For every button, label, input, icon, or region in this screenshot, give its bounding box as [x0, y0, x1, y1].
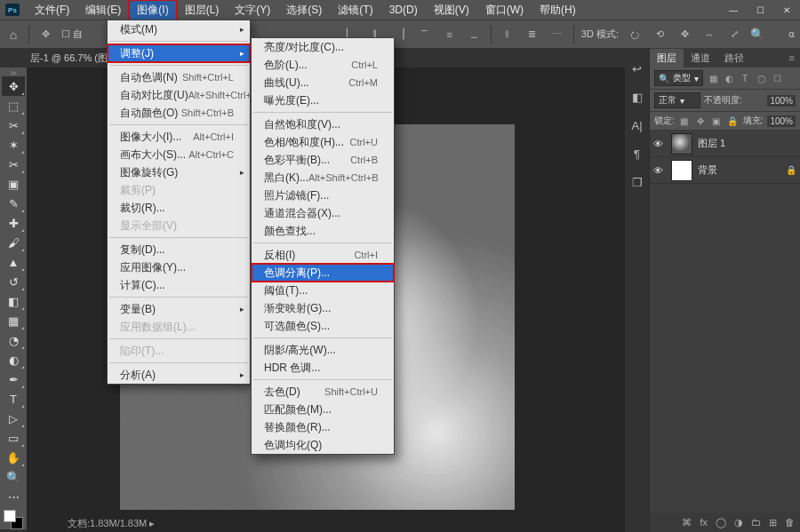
layer-name[interactable]: 背景	[698, 163, 717, 177]
blend-mode-select[interactable]: 正常 ▾	[654, 92, 700, 108]
3d-roll-icon[interactable]: ⟲	[651, 26, 668, 44]
move-tool[interactable]: ✥	[2, 76, 25, 96]
path-select-tool[interactable]: ▷	[2, 409, 25, 428]
mi-mode[interactable]: 模式(M)	[108, 20, 250, 38]
shape-tool[interactable]: ▭	[2, 428, 25, 448]
type-tool[interactable]: T	[2, 389, 25, 409]
history-panel-icon[interactable]: ↩	[629, 60, 645, 76]
mi-vibrance[interactable]: 自然饱和度(V)...	[252, 115, 394, 133]
edit-toolbar[interactable]: ⋯	[2, 487, 25, 506]
history-brush-tool[interactable]: ↺	[2, 272, 25, 291]
layer-name[interactable]: 图层 1	[698, 137, 725, 150]
move-tool-icon[interactable]: ✥	[36, 26, 54, 44]
menu-view[interactable]: 视图(V)	[426, 0, 477, 20]
menu-edit[interactable]: 编辑(E)	[77, 0, 129, 20]
mi-desaturate[interactable]: 去色(D)Shift+Ctrl+U	[252, 383, 394, 401]
filter-kind-select[interactable]: 🔍 类型 ▾	[654, 70, 703, 86]
mi-auto-contrast[interactable]: 自动对比度(U)Alt+Shift+Ctrl+L	[108, 86, 250, 104]
libraries-panel-icon[interactable]: ❒	[629, 174, 645, 190]
filter-pixel-icon[interactable]: ▦	[707, 72, 719, 84]
align-top-icon[interactable]: ⎺	[416, 26, 434, 44]
visibility-toggle[interactable]: 👁	[653, 165, 666, 176]
auto-select-checkbox[interactable]: ☐ 自	[61, 28, 83, 41]
more-icon[interactable]: ⋯	[548, 26, 566, 44]
share-icon[interactable]: ⍺	[782, 26, 800, 44]
link-layers-icon[interactable]: ⌘	[682, 517, 692, 528]
quick-select-tool[interactable]: ✶	[2, 135, 25, 155]
crop-tool[interactable]: ✂	[2, 155, 25, 174]
3d-zoom-icon[interactable]: ⤢	[725, 26, 743, 44]
menu-layer[interactable]: 图层(L)	[177, 0, 228, 20]
visibility-toggle[interactable]: 👁	[653, 139, 666, 149]
3d-orbit-icon[interactable]: ⭮	[626, 26, 644, 44]
distribute-h-icon[interactable]: ⫴	[499, 26, 516, 44]
mi-canvas-size[interactable]: 画布大小(S)...Alt+Ctrl+C	[108, 146, 250, 163]
marquee-tool[interactable]: ⬚	[2, 96, 25, 115]
mi-hue-saturation[interactable]: 色相/饱和度(H)...Ctrl+U	[252, 133, 394, 151]
lock-artboard-icon[interactable]: ▣	[710, 115, 723, 127]
tab-channels[interactable]: 通道	[684, 49, 717, 67]
mi-duplicate[interactable]: 复制(D)...	[108, 241, 250, 258]
eraser-tool[interactable]: ◧	[2, 291, 25, 311]
close-button[interactable]: ✕	[773, 0, 800, 20]
eyedropper-tool[interactable]: ✎	[2, 194, 25, 213]
layer-fx-icon[interactable]: fx	[700, 517, 708, 528]
hand-tool[interactable]: ✋	[2, 448, 25, 467]
healing-tool[interactable]: ✚	[2, 213, 25, 233]
mi-invert[interactable]: 反相(I)Ctrl+I	[252, 246, 394, 264]
pen-tool[interactable]: ✒	[2, 369, 25, 389]
menu-3d[interactable]: 3D(D)	[381, 1, 426, 19]
filter-adjust-icon[interactable]: ◐	[723, 72, 735, 84]
home-icon[interactable]: ⌂	[5, 27, 21, 43]
frame-tool[interactable]: ▣	[2, 174, 25, 194]
mi-apply-image[interactable]: 应用图像(Y)...	[108, 258, 250, 276]
brush-tool[interactable]: 🖌	[2, 233, 25, 252]
mi-exposure[interactable]: 曝光度(E)...	[252, 91, 394, 109]
layer-row[interactable]: 👁 图层 1	[650, 131, 800, 157]
zoom-tool[interactable]: 🔍	[2, 467, 25, 487]
stamp-tool[interactable]: ▲	[2, 252, 25, 272]
menu-window[interactable]: 窗口(W)	[477, 0, 532, 20]
mi-gradient-map[interactable]: 渐变映射(G)...	[252, 299, 394, 317]
foreground-color-swatch[interactable]	[4, 510, 16, 522]
dodge-tool[interactable]: ◐	[2, 350, 25, 369]
menu-text[interactable]: 文字(Y)	[227, 0, 278, 20]
filter-type-icon[interactable]: T	[739, 72, 751, 84]
minimize-button[interactable]: —	[720, 0, 747, 20]
mi-threshold[interactable]: 阈值(T)...	[252, 282, 394, 299]
menu-file[interactable]: 文件(F)	[27, 0, 77, 20]
panel-menu-icon[interactable]: ≡	[784, 52, 800, 63]
mi-posterize[interactable]: 色调分离(P)...	[252, 264, 394, 282]
menu-select[interactable]: 选择(S)	[278, 0, 330, 20]
lock-all-icon[interactable]: 🔒	[726, 115, 739, 127]
mi-trim[interactable]: 裁切(R)...	[108, 199, 250, 217]
tab-layers[interactable]: 图层	[650, 49, 684, 67]
layer-thumbnail[interactable]	[671, 133, 692, 155]
delete-layer-icon[interactable]: 🗑	[785, 517, 795, 528]
3d-slide-icon[interactable]: ↔	[700, 26, 718, 44]
mi-equalize[interactable]: 色调均化(Q)	[252, 436, 394, 454]
new-layer-icon[interactable]: ⊞	[769, 517, 777, 528]
lasso-tool[interactable]: ✂	[2, 115, 25, 135]
menu-filter[interactable]: 滤镜(T)	[330, 0, 380, 20]
search-icon[interactable]: 🔍	[750, 28, 775, 41]
maximize-button[interactable]: ☐	[747, 0, 773, 20]
mi-image-size[interactable]: 图像大小(I)...Alt+Ctrl+I	[108, 128, 250, 146]
3d-pan-icon[interactable]: ✥	[676, 26, 693, 44]
mi-levels[interactable]: 色阶(L)...Ctrl+L	[252, 56, 394, 74]
paragraph-panel-icon[interactable]: ¶	[629, 146, 645, 162]
mi-analysis[interactable]: 分析(A)	[108, 366, 250, 384]
group-icon[interactable]: 🗀	[751, 517, 761, 528]
distribute-v-icon[interactable]: ≣	[524, 26, 541, 44]
layer-mask-icon[interactable]: ◯	[716, 517, 726, 528]
lock-position-icon[interactable]: ✥	[694, 115, 707, 127]
mi-selective-color[interactable]: 可选颜色(S)...	[252, 317, 394, 335]
mi-calculations[interactable]: 计算(C)...	[108, 276, 250, 294]
color-swatches[interactable]	[4, 510, 23, 529]
layer-thumbnail[interactable]	[671, 160, 692, 181]
mi-auto-color[interactable]: 自动颜色(O)Shift+Ctrl+B	[108, 104, 250, 122]
toolbox-grip[interactable]: ≫	[2, 69, 25, 76]
adjustment-layer-icon[interactable]: ◑	[734, 517, 743, 528]
character-panel-icon[interactable]: A|	[629, 117, 645, 133]
lock-pixels-icon[interactable]: ▦	[678, 115, 691, 127]
